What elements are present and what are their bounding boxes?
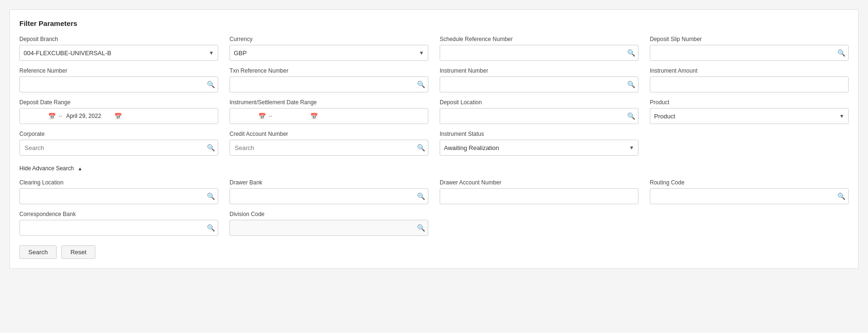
currency-select-wrapper[interactable]: GBP USD EUR INR ▼: [230, 45, 428, 61]
credit-account-search-icon[interactable]: 🔍: [417, 144, 425, 151]
credit-account-input[interactable]: [233, 144, 417, 151]
adv-row2-empty-col4: [650, 211, 849, 236]
reset-button[interactable]: Reset: [61, 245, 95, 259]
routing-code-label: Routing Code: [650, 179, 849, 186]
deposit-slip-label: Deposit Slip Number: [650, 36, 849, 42]
division-code-label: Division Code: [230, 211, 428, 217]
deposit-date-to-calendar-icon[interactable]: 📅: [114, 113, 122, 120]
instrument-number-input-wrapper: 🔍: [440, 76, 638, 92]
corporate-search-icon[interactable]: 🔍: [207, 144, 215, 151]
product-select[interactable]: Product Product A Product B: [650, 108, 848, 124]
deposit-branch-label: Deposit Branch: [19, 36, 218, 42]
instrument-number-search-icon[interactable]: 🔍: [627, 81, 635, 88]
drawer-bank-group: Drawer Bank 🔍: [230, 179, 428, 204]
deposit-date-from-calendar-icon[interactable]: 📅: [48, 113, 56, 120]
division-code-search-icon[interactable]: 🔍: [417, 224, 425, 232]
deposit-location-input[interactable]: [443, 113, 627, 120]
reference-number-input[interactable]: [23, 81, 207, 88]
routing-code-group: Routing Code 🔍: [650, 179, 849, 204]
instrument-amount-label: Instrument Amount: [650, 67, 849, 74]
instrument-date-to-calendar-icon[interactable]: 📅: [310, 113, 318, 120]
form-grid: Deposit Branch 004-FLEXCUBE-UNIVERSAL-B …: [19, 36, 849, 259]
drawer-bank-input-wrapper: 🔍: [230, 188, 428, 204]
instrument-status-select-wrapper[interactable]: Awaiting Realization Realized Returned C…: [440, 140, 638, 156]
routing-code-input[interactable]: [653, 193, 837, 200]
routing-code-input-wrapper: 🔍: [650, 188, 849, 204]
deposit-slip-input[interactable]: [653, 50, 837, 57]
deposit-branch-group: Deposit Branch 004-FLEXCUBE-UNIVERSAL-B …: [19, 36, 218, 61]
product-select-wrapper[interactable]: Product Product A Product B ▼: [650, 108, 849, 124]
hide-advance-search-row: Hide Advance Search ▲: [19, 162, 849, 173]
reference-number-label: Reference Number: [19, 67, 218, 74]
schedule-ref-group: Schedule Reference Number 🔍: [440, 36, 638, 61]
instrument-date-arrow-icon: ↔: [268, 113, 273, 119]
drawer-bank-input[interactable]: [233, 193, 417, 200]
instrument-status-label: Instrument Status: [440, 131, 638, 137]
deposit-branch-select-wrapper[interactable]: 004-FLEXCUBE-UNIVERSAL-B 001-BRANCH-A 00…: [19, 45, 218, 61]
corporate-input[interactable]: [23, 144, 207, 151]
deposit-slip-group: Deposit Slip Number 🔍: [650, 36, 849, 61]
action-buttons-row: Search Reset: [19, 245, 849, 259]
instrument-settlement-date-label: Instrument/Settlement Date Range: [230, 99, 428, 106]
division-code-input-wrapper: 🔍: [230, 220, 428, 236]
drawer-account-input-wrapper: [440, 188, 638, 204]
deposit-slip-search-icon[interactable]: 🔍: [837, 49, 845, 57]
txn-reference-label: Txn Reference Number: [230, 67, 428, 74]
correspondence-bank-input[interactable]: [23, 225, 207, 232]
deposit-date-to-input[interactable]: [65, 113, 112, 119]
clearing-location-input[interactable]: [23, 193, 207, 200]
deposit-date-arrow-icon: ↔: [58, 113, 63, 119]
product-group: Product Product Product A Product B ▼: [650, 99, 849, 124]
correspondence-bank-search-icon[interactable]: 🔍: [207, 224, 215, 232]
product-label: Product: [650, 99, 849, 106]
txn-reference-input[interactable]: [233, 81, 417, 88]
corporate-input-wrapper: 🔍: [19, 140, 218, 156]
txn-reference-group: Txn Reference Number 🔍: [230, 67, 428, 92]
division-code-input[interactable]: [233, 225, 417, 232]
currency-select[interactable]: GBP USD EUR INR: [230, 45, 428, 60]
instrument-settlement-date-group: Instrument/Settlement Date Range 📅 ↔ 📅: [230, 99, 428, 124]
drawer-bank-search-icon[interactable]: 🔍: [417, 192, 425, 200]
reference-number-group: Reference Number 🔍: [19, 67, 218, 92]
txn-reference-search-icon[interactable]: 🔍: [417, 81, 425, 88]
drawer-bank-label: Drawer Bank: [230, 179, 428, 186]
instrument-status-select[interactable]: Awaiting Realization Realized Returned C…: [440, 140, 638, 155]
reference-number-search-icon[interactable]: 🔍: [207, 81, 215, 88]
instrument-amount-input-wrapper: [650, 76, 849, 92]
routing-code-search-icon[interactable]: 🔍: [837, 192, 845, 200]
correspondence-bank-input-wrapper: 🔍: [19, 220, 218, 236]
hide-advance-search-link[interactable]: Hide Advance Search: [19, 165, 74, 172]
credit-account-input-wrapper: 🔍: [230, 140, 428, 156]
deposit-location-group: Deposit Location 🔍: [440, 99, 638, 124]
instrument-amount-input[interactable]: [654, 81, 844, 88]
clearing-location-group: Clearing Location 🔍: [19, 179, 218, 204]
deposit-location-label: Deposit Location: [440, 99, 638, 106]
deposit-date-range-label: Deposit Date Range: [19, 99, 218, 106]
deposit-date-range-group: Deposit Date Range 📅 ↔ 📅: [19, 99, 218, 124]
filter-panel: Filter Parameters Deposit Branch 004-FLE…: [9, 9, 859, 269]
instrument-number-input[interactable]: [443, 81, 627, 88]
schedule-ref-label: Schedule Reference Number: [440, 36, 638, 42]
instrument-number-group: Instrument Number 🔍: [440, 67, 638, 92]
instrument-amount-group: Instrument Amount: [650, 67, 849, 92]
deposit-date-from-input[interactable]: [23, 113, 46, 119]
clearing-location-label: Clearing Location: [19, 179, 218, 186]
panel-title: Filter Parameters: [19, 19, 849, 27]
deposit-location-search-icon[interactable]: 🔍: [627, 112, 635, 120]
correspondence-bank-label: Correspondence Bank: [19, 211, 218, 217]
drawer-account-label: Drawer Account Number: [440, 179, 638, 186]
deposit-branch-select[interactable]: 004-FLEXCUBE-UNIVERSAL-B 001-BRANCH-A 00…: [20, 45, 218, 60]
schedule-ref-input[interactable]: [443, 50, 627, 57]
drawer-account-input[interactable]: [444, 193, 634, 200]
instrument-date-to-input[interactable]: [275, 113, 308, 119]
instrument-number-label: Instrument Number: [440, 67, 638, 74]
instrument-date-from-calendar-icon[interactable]: 📅: [258, 113, 266, 120]
division-code-group: Division Code 🔍: [230, 211, 428, 236]
search-button[interactable]: Search: [19, 245, 57, 259]
deposit-location-input-wrapper: 🔍: [440, 108, 638, 124]
instrument-status-group: Instrument Status Awaiting Realization R…: [440, 131, 638, 156]
schedule-ref-search-icon[interactable]: 🔍: [627, 49, 635, 57]
clearing-location-input-wrapper: 🔍: [19, 188, 218, 204]
instrument-date-from-input[interactable]: [233, 113, 256, 119]
clearing-location-search-icon[interactable]: 🔍: [207, 192, 215, 200]
